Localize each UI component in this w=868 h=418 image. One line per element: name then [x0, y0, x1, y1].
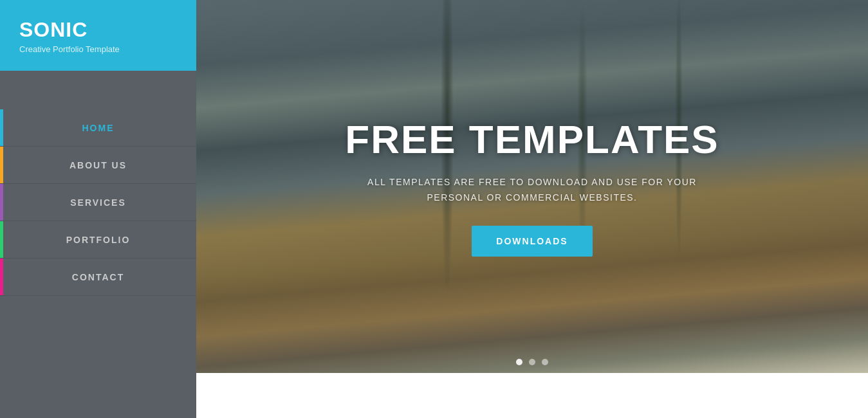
logo-title: SONIC — [19, 18, 177, 42]
nav-item-label: SERVICES — [0, 197, 196, 208]
carousel-dots — [516, 359, 548, 365]
white-bottom-bar — [196, 373, 868, 418]
sidebar-item-about-us[interactable]: ABOUT US — [0, 147, 196, 184]
hero-subtitle: ALL TEMPLATES ARE FREE TO DOWNLOAD AND U… — [358, 175, 706, 206]
hero-content: FREE TEMPLATES ALL TEMPLATES ARE FREE TO… — [196, 0, 868, 373]
accent-bar — [0, 184, 3, 221]
accent-bar — [0, 259, 3, 295]
logo-subtitle: Creative Portfolio Template — [19, 44, 177, 54]
carousel-dot-1[interactable] — [529, 359, 535, 365]
nav-item-label: PORTFOLIO — [0, 235, 196, 245]
nav-spacer — [0, 71, 196, 109]
main-content: FREE TEMPLATES ALL TEMPLATES ARE FREE TO… — [196, 0, 868, 418]
accent-bar — [0, 147, 3, 183]
nav-menu: HOMEABOUT USSERVICESPORTFOLIOCONTACT — [0, 109, 196, 418]
hero-title: FREE TEMPLATES — [345, 116, 719, 162]
sidebar-item-contact[interactable]: CONTACT — [0, 259, 196, 296]
accent-bar — [0, 221, 3, 258]
downloads-button[interactable]: DOWNLOADS — [472, 226, 592, 257]
sidebar-item-portfolio[interactable]: PORTFOLIO — [0, 221, 196, 259]
nav-item-label: HOME — [0, 123, 196, 133]
carousel-dot-0[interactable] — [516, 359, 522, 365]
nav-item-label: ABOUT US — [0, 160, 196, 170]
accent-bar — [0, 109, 3, 146]
carousel-dot-2[interactable] — [542, 359, 548, 365]
nav-item-label: CONTACT — [0, 272, 196, 282]
sidebar-item-home[interactable]: HOME — [0, 109, 196, 147]
logo-area: SONIC Creative Portfolio Template — [0, 0, 196, 71]
sidebar-item-services[interactable]: SERVICES — [0, 184, 196, 221]
sidebar: SONIC Creative Portfolio Template HOMEAB… — [0, 0, 196, 418]
